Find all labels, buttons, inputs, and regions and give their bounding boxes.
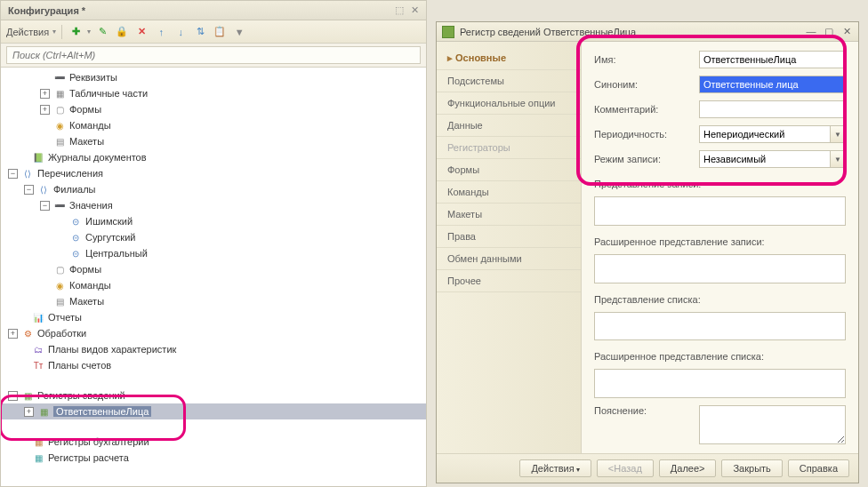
tree-item[interactable]: ▢Формы: [1, 261, 426, 277]
minimize-icon[interactable]: —: [805, 26, 817, 37]
label-ext-record-view: Расширенное представление записи:: [594, 236, 846, 247]
table-icon: ▦: [53, 87, 66, 100]
nav-main[interactable]: Основные: [437, 47, 581, 70]
input-explanation[interactable]: [699, 405, 846, 444]
nav-func-options[interactable]: Функциональные опции: [437, 92, 581, 115]
tree-item[interactable]: ТтПланы счетов: [1, 357, 426, 373]
next-button[interactable]: Далее>: [659, 459, 717, 477]
down-icon[interactable]: ↓: [173, 24, 189, 40]
tree-item[interactable]: ▦Регистры бухгалтерии: [1, 434, 426, 450]
bullet-icon: ➖: [53, 199, 66, 212]
select-periodicity[interactable]: [699, 125, 830, 143]
nav-layouts[interactable]: Макеты: [437, 204, 581, 226]
tree-item[interactable]: 🗂Планы видов характеристик: [1, 341, 426, 357]
input-ext-list-view[interactable]: [594, 369, 846, 398]
layout-icon: ▤: [53, 135, 66, 148]
enum-icon: ⟨⟩: [37, 183, 50, 196]
tree-item[interactable]: ▤Макеты: [1, 133, 426, 149]
input-comment[interactable]: [699, 100, 846, 118]
delete-icon[interactable]: ✕: [133, 24, 149, 40]
config-panel: Конфигурация * ⬚ ✕ Действия ▾ ✚ ▾ ✎ 🔒 ✕ …: [0, 0, 427, 487]
dropdown-icon[interactable]: ▼: [830, 125, 846, 143]
tree-item[interactable]: −➖Значения: [1, 197, 426, 213]
nav-rights[interactable]: Права: [437, 226, 581, 248]
dialog-footer: Действия <Назад Далее> Закрыть Справка: [437, 453, 858, 483]
value-icon: ⊝: [69, 215, 82, 228]
report-icon[interactable]: 📋: [212, 24, 228, 40]
nav-commands[interactable]: Команды: [437, 181, 581, 204]
accounts-icon: Тт: [32, 359, 44, 371]
edit-icon[interactable]: ✎: [94, 24, 110, 40]
close-icon[interactable]: ✕: [840, 26, 853, 37]
filter-icon[interactable]: ▼: [231, 24, 247, 40]
nav-exchange[interactable]: Обмен данными: [437, 248, 581, 270]
dialog-titlebar[interactable]: Регистр сведений ОтветственныеЛица — ▢ ✕: [437, 22, 858, 42]
tree-item[interactable]: ▤Макеты: [1, 293, 426, 309]
label-comment: Комментарий:: [594, 104, 692, 115]
help-button[interactable]: Справка: [788, 459, 849, 477]
dropdown-icon[interactable]: ▼: [830, 150, 846, 168]
nav-other[interactable]: Прочее: [437, 270, 581, 292]
register-icon: [442, 26, 454, 38]
register-icon: ▦: [21, 389, 34, 402]
input-synonym[interactable]: [699, 76, 846, 93]
tree-item[interactable]: ◉Команды: [1, 277, 426, 293]
nav-registrators[interactable]: Регистраторы: [437, 137, 581, 159]
command-icon: ◉: [53, 279, 66, 291]
sort-icon[interactable]: ⇅: [192, 24, 208, 40]
tree-item-selected[interactable]: +▦ОтветственныеЛица: [1, 403, 426, 419]
pin-icon[interactable]: ⬚: [395, 4, 404, 16]
report-icon: 📊: [32, 311, 44, 323]
form-icon: ▢: [53, 263, 66, 275]
add-icon[interactable]: ✚: [68, 24, 84, 40]
actions-button[interactable]: Действия: [6, 27, 49, 37]
register-icon: ▦: [37, 405, 50, 418]
right-panel: Регистр сведений ОтветственныеЛица — ▢ ✕…: [427, 0, 868, 487]
tree-item[interactable]: −⟨⟩Перечисления: [1, 165, 426, 181]
nav-subsystems[interactable]: Подсистемы: [437, 70, 581, 92]
actions-button[interactable]: Действия: [519, 459, 591, 477]
label-list-view: Представление списка:: [594, 294, 846, 305]
tree-item[interactable]: +▢Формы: [1, 101, 426, 117]
config-toolbar: Действия ▾ ✚ ▾ ✎ 🔒 ✕ ↑ ↓ ⇅ 📋 ▼: [1, 20, 426, 44]
input-name[interactable]: [699, 51, 846, 68]
label-write-mode: Режим записи:: [594, 154, 692, 164]
close-button[interactable]: Закрыть: [721, 459, 782, 477]
nav-forms[interactable]: Формы: [437, 159, 581, 181]
value-icon: ⊝: [69, 231, 82, 244]
search-input[interactable]: [6, 46, 421, 64]
tree-item[interactable]: ▦Регистры расчета: [1, 450, 426, 466]
tree-item-registers[interactable]: −▦Регистры сведений: [1, 387, 426, 403]
lock-icon[interactable]: 🔒: [114, 24, 130, 40]
maximize-icon[interactable]: ▢: [823, 26, 835, 37]
calc-reg-icon: ▦: [32, 451, 44, 464]
tree-item[interactable]: 📗Журналы документов: [1, 149, 426, 165]
value-icon: ⊝: [69, 247, 82, 259]
dialog-nav: Основные Подсистемы Функциональные опции…: [437, 42, 582, 453]
chart-icon: 🗂: [32, 343, 44, 355]
form-icon: ▢: [53, 103, 66, 116]
tree-item[interactable]: +▦Табличные части: [1, 85, 426, 101]
tree-item[interactable]: 📊Отчеты: [1, 309, 426, 325]
tree-item[interactable]: +⚙Обработки: [1, 325, 426, 341]
bullet-icon: ➖: [53, 71, 66, 84]
up-icon[interactable]: ↑: [153, 24, 169, 40]
tree-item[interactable]: ⊝Ишимский: [1, 213, 426, 229]
tree-item[interactable]: ⊝Сургутский: [1, 229, 426, 245]
back-button[interactable]: <Назад: [597, 459, 654, 477]
close-icon[interactable]: ✕: [411, 4, 419, 16]
tree-item[interactable]: ◉Команды: [1, 117, 426, 133]
nav-data[interactable]: Данные: [437, 115, 581, 137]
input-record-view[interactable]: [594, 196, 846, 226]
tree-item[interactable]: ➖Реквизиты: [1, 69, 426, 85]
tree-item[interactable]: −⟨⟩Филиалы: [1, 181, 426, 197]
config-tree[interactable]: ➖Реквизиты +▦Табличные части +▢Формы ◉Ко…: [1, 68, 426, 486]
accounting-reg-icon: ▦: [32, 435, 44, 448]
tree-item[interactable]: ⊝Центральный: [1, 245, 426, 261]
input-ext-record-view[interactable]: [594, 254, 846, 283]
input-list-view[interactable]: [594, 312, 846, 341]
search-row: [1, 44, 426, 68]
register-dialog: Регистр сведений ОтветственныеЛица — ▢ ✕…: [436, 21, 859, 483]
select-write-mode[interactable]: [699, 150, 830, 168]
processing-icon: ⚙: [21, 327, 34, 339]
